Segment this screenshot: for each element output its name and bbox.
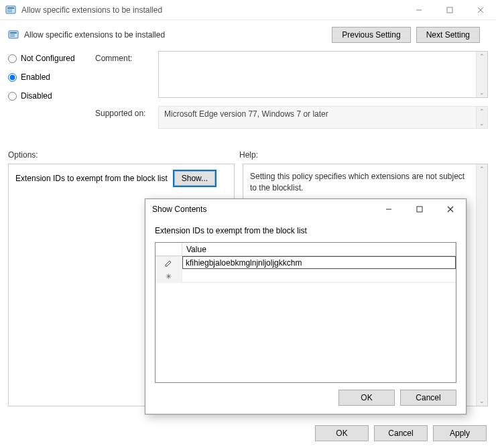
close-button[interactable] (465, 0, 496, 19)
grid-empty-area (156, 283, 456, 382)
settings-area: Not Configured Enabled Disabled Comment:… (0, 47, 496, 137)
svg-rect-5 (447, 7, 452, 13)
dialog-minimize-button[interactable] (373, 199, 404, 219)
main-cancel-button[interactable]: Cancel (374, 425, 428, 441)
value-input-1[interactable] (182, 270, 456, 282)
radio-enabled-label: Enabled (21, 72, 50, 82)
dialog-cancel-button[interactable]: Cancel (400, 390, 456, 406)
svg-rect-1 (7, 7, 14, 9)
fields: Comment: ⌃⌄ Supported on: Microsoft Edge… (95, 50, 488, 137)
comment-row: Comment: ⌃⌄ (95, 51, 488, 98)
nav-buttons: Previous Setting Next Setting (332, 27, 480, 43)
policy-icon (8, 30, 19, 40)
maximize-button[interactable] (434, 0, 465, 19)
radio-disabled[interactable]: Disabled (8, 91, 82, 101)
comment-scrollbar[interactable]: ⌃⌄ (476, 52, 487, 97)
dialog-label: Extension IDs to exempt from the block l… (155, 226, 456, 235)
dialog-body: Extension IDs to exempt from the block l… (145, 219, 466, 383)
minimize-button[interactable] (404, 0, 434, 19)
dialog-footer: OK Cancel (145, 383, 466, 414)
dialog-titlebar: Show Contents (145, 199, 466, 219)
grid-header-value: Value (182, 243, 456, 256)
help-heading: Help: (239, 150, 258, 160)
comment-textarea[interactable]: ⌃⌄ (158, 51, 488, 98)
radio-disabled-input[interactable] (8, 92, 17, 101)
grid-row: ✳ (156, 270, 456, 283)
svg-rect-2 (7, 9, 12, 11)
svg-rect-10 (10, 34, 15, 36)
grid-header-icon-col (156, 243, 182, 256)
radio-not-configured-input[interactable] (8, 54, 17, 63)
policy-title: Allow specific extensions to be installe… (24, 30, 332, 40)
previous-setting-button[interactable]: Previous Setting (332, 27, 410, 43)
main-footer-buttons: OK Cancel Apply (315, 425, 487, 441)
supported-value: Microsoft Edge version 77, Windows 7 or … (164, 109, 328, 119)
svg-rect-13 (417, 207, 422, 212)
supported-label: Supported on: (95, 106, 151, 118)
state-radios: Not Configured Enabled Disabled (8, 50, 82, 137)
row-new-icon: ✳ (156, 270, 182, 283)
supported-scrollbar[interactable]: ⌃⌄ (476, 107, 487, 128)
radio-enabled-input[interactable] (8, 73, 17, 82)
comment-label: Comment: (95, 51, 151, 63)
show-contents-dialog: Show Contents Extension IDs to exempt fr… (145, 199, 467, 414)
main-ok-button[interactable]: OK (315, 425, 369, 441)
value-input-0[interactable] (182, 256, 456, 269)
gpedit-icon (5, 5, 16, 15)
options-text: Extension IDs to exempt from the block l… (15, 174, 168, 183)
svg-rect-3 (7, 11, 12, 12)
radio-disabled-label: Disabled (21, 91, 52, 101)
dialog-ok-button[interactable]: OK (338, 390, 395, 406)
policy-header: Allow specific extensions to be installe… (0, 20, 496, 47)
svg-rect-11 (10, 36, 15, 38)
window-title: Allow specific extensions to be installe… (21, 5, 404, 15)
dialog-close-button[interactable] (435, 199, 466, 219)
window-buttons (404, 0, 496, 19)
dialog-title: Show Contents (152, 205, 373, 214)
grid-row (156, 256, 456, 270)
main-apply-button[interactable]: Apply (433, 425, 487, 441)
options-heading: Options: (8, 150, 239, 160)
dialog-maximize-button[interactable] (404, 199, 435, 219)
help-scrollbar[interactable]: ⌃⌄ (476, 164, 487, 406)
grid-header: Value (156, 243, 456, 256)
radio-enabled[interactable]: Enabled (8, 72, 82, 82)
supported-box: Microsoft Edge version 77, Windows 7 or … (158, 106, 488, 129)
supported-row: Supported on: Microsoft Edge version 77,… (95, 106, 488, 129)
next-setting-button[interactable]: Next Setting (416, 27, 480, 43)
lower-headings: Options: Help: (0, 137, 496, 164)
dialog-window-buttons (373, 199, 466, 219)
value-grid: Value ✳ (155, 242, 456, 383)
main-window: Allow specific extensions to be installe… (0, 0, 496, 448)
svg-rect-9 (10, 32, 17, 34)
radio-not-configured-label: Not Configured (21, 54, 75, 63)
help-text: Setting this policy specifies which exte… (243, 164, 487, 201)
show-button[interactable]: Show... (174, 171, 215, 186)
radio-not-configured[interactable]: Not Configured (8, 54, 82, 63)
titlebar: Allow specific extensions to be installe… (0, 0, 496, 20)
row-edit-icon (156, 256, 182, 270)
